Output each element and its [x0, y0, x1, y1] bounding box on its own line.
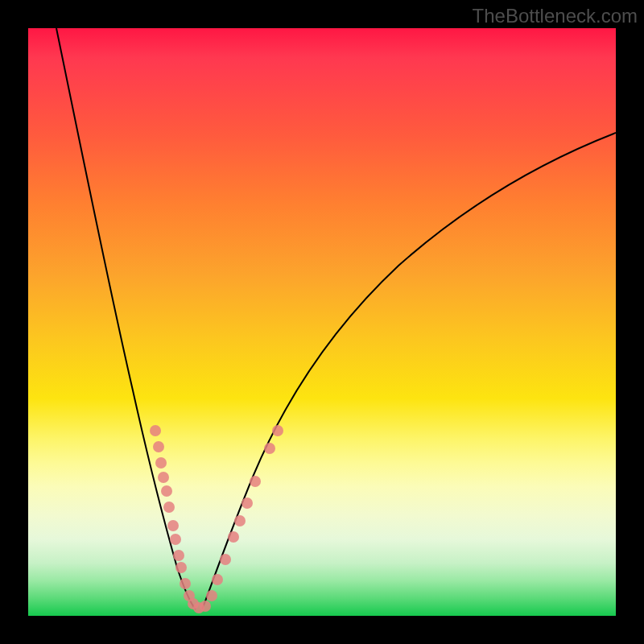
svg-point-6: [167, 520, 179, 531]
svg-point-9: [175, 562, 187, 573]
svg-point-0: [150, 425, 161, 436]
svg-point-7: [170, 534, 181, 545]
svg-point-20: [242, 497, 253, 509]
right-curve: [202, 133, 616, 609]
svg-point-2: [155, 457, 167, 469]
svg-point-3: [158, 472, 169, 483]
chart-container: TheBottleneck.com: [0, 0, 644, 644]
svg-point-8: [173, 550, 184, 561]
svg-point-10: [180, 578, 191, 589]
curves-svg: [28, 28, 616, 616]
svg-point-1: [153, 441, 164, 452]
svg-point-14: [200, 601, 211, 612]
svg-point-15: [206, 590, 217, 601]
plot-area: [28, 28, 616, 616]
svg-point-21: [250, 476, 261, 487]
svg-point-19: [234, 515, 246, 526]
svg-point-23: [272, 425, 283, 436]
svg-point-5: [163, 502, 175, 513]
svg-point-4: [161, 485, 172, 497]
svg-point-18: [228, 531, 239, 543]
svg-point-16: [212, 574, 223, 585]
svg-point-17: [220, 554, 231, 565]
watermark: TheBottleneck.com: [473, 5, 638, 27]
svg-point-22: [264, 443, 275, 454]
